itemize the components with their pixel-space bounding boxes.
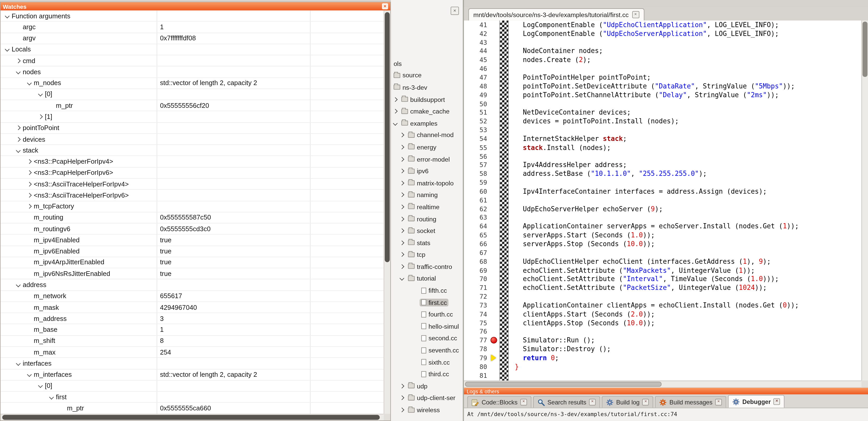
collapse-icon[interactable] xyxy=(37,91,44,98)
watch-row[interactable]: <ns3::AsciiTraceHelperForIpv6> xyxy=(1,190,383,201)
tree-item-tutorial[interactable]: tutorial xyxy=(391,272,463,285)
code-line[interactable]: 72 xyxy=(464,292,862,301)
marker-margin[interactable] xyxy=(489,134,499,143)
marker-margin[interactable] xyxy=(489,169,499,178)
tree-item-second-cc[interactable]: second.cc xyxy=(391,332,463,344)
marker-margin[interactable] xyxy=(489,284,499,292)
expand-icon[interactable] xyxy=(399,203,405,210)
watch-row[interactable]: cmd xyxy=(1,55,383,66)
tree-item-naming[interactable]: naming xyxy=(391,189,463,201)
marker-margin[interactable] xyxy=(489,274,499,284)
expand-icon[interactable] xyxy=(15,125,22,131)
code-line[interactable]: 58 address.SetBase ("10.1.1.0", "255.255… xyxy=(464,169,862,178)
marker-margin[interactable] xyxy=(489,152,499,161)
expand-icon[interactable] xyxy=(399,383,405,389)
expand-icon[interactable] xyxy=(26,158,33,165)
code-line[interactable]: 78 Simulator::Destroy (); xyxy=(464,345,862,354)
expand-icon[interactable] xyxy=(399,168,405,174)
tree-item-cmake-cache[interactable]: cmake_cache xyxy=(391,105,463,117)
marker-margin[interactable] xyxy=(489,47,499,56)
marker-margin[interactable] xyxy=(489,354,499,362)
watch-row[interactable]: [0] xyxy=(1,89,383,100)
logs-tab-debugger[interactable]: Debugger× xyxy=(728,395,785,408)
code-line[interactable]: 55 stack.Install (nodes); xyxy=(464,143,862,152)
watch-row[interactable]: devices xyxy=(1,134,383,145)
collapse-icon[interactable] xyxy=(26,371,33,378)
code-line[interactable]: 62 UdpEchoServerHelper echoServer (9); xyxy=(464,204,862,213)
scrollbar-thumb[interactable] xyxy=(385,12,390,262)
collapse-icon[interactable] xyxy=(37,383,44,389)
watch-row[interactable]: first xyxy=(1,392,383,403)
marker-margin[interactable] xyxy=(489,301,499,310)
expand-icon[interactable] xyxy=(399,144,405,151)
marker-margin[interactable] xyxy=(489,327,499,336)
marker-margin[interactable] xyxy=(489,362,499,371)
marker-margin[interactable] xyxy=(489,91,499,99)
code-line[interactable]: 53 xyxy=(464,126,862,134)
code-line[interactable]: 48 pointToPoint.SetDeviceAttribute ("Dat… xyxy=(464,82,862,91)
tree-item-socket[interactable]: socket xyxy=(391,225,463,237)
watch-row[interactable]: m_ipv4Enabledtrue xyxy=(1,235,383,246)
tree-item-ns-3-dev[interactable]: ns-3-dev xyxy=(391,82,463,93)
collapse-icon[interactable] xyxy=(15,360,22,367)
watch-row[interactable]: stack xyxy=(1,145,383,156)
close-tab-icon[interactable]: × xyxy=(774,398,780,405)
watch-row[interactable]: Function arguments xyxy=(1,10,383,22)
tree-item-udp[interactable]: udp xyxy=(391,380,463,392)
marker-margin[interactable] xyxy=(489,29,499,38)
marker-margin[interactable] xyxy=(489,345,499,354)
marker-margin[interactable] xyxy=(489,371,499,380)
code-line[interactable]: 52 devices = pointToPoint.Install (nodes… xyxy=(464,117,862,126)
close-tab-icon[interactable]: × xyxy=(520,399,527,406)
tree-item-udp-client-ser[interactable]: udp-client-ser xyxy=(391,392,463,404)
watches-vertical-scrollbar[interactable] xyxy=(383,10,390,414)
expand-icon[interactable] xyxy=(15,57,22,64)
marker-margin[interactable] xyxy=(489,266,499,274)
code-line[interactable]: 73 ApplicationContainer clientApps = ech… xyxy=(464,301,862,310)
watch-row[interactable]: Locals xyxy=(1,44,383,55)
watch-row[interactable]: m_ipv6Enabledtrue xyxy=(1,246,383,257)
close-tab-icon[interactable]: × xyxy=(642,399,649,406)
logs-tab-search-results[interactable]: Search results× xyxy=(533,396,600,408)
watch-row[interactable]: argv0x7fffffffdf08 xyxy=(1,33,383,44)
tree-item-tcp[interactable]: tcp xyxy=(391,249,463,261)
code-line[interactable]: 45 nodes.Create (2); xyxy=(464,56,862,64)
watch-row[interactable]: [1] xyxy=(1,111,383,123)
tree-item-fifth-cc[interactable]: fifth.cc xyxy=(391,285,463,296)
watches-titlebar[interactable]: Watches × xyxy=(1,2,390,10)
marker-margin[interactable] xyxy=(489,73,499,82)
logs-titlebar[interactable]: Logs & others xyxy=(464,388,868,395)
expand-icon[interactable] xyxy=(26,169,33,176)
code-line[interactable]: 60 Ipv4InterfaceContainer interfaces = a… xyxy=(464,187,862,196)
watch-row[interactable]: m_ptr0x5555555ca660 xyxy=(1,403,383,414)
tree-item-third-cc[interactable]: third.cc xyxy=(391,368,463,380)
tree-item-stats[interactable]: stats xyxy=(391,237,463,249)
tree-item-routing[interactable]: routing xyxy=(391,213,463,225)
watch-row[interactable]: m_shift8 xyxy=(1,336,383,347)
tree-item-matrix-topolo[interactable]: matrix-topolo xyxy=(391,177,463,189)
expand-icon[interactable] xyxy=(26,203,33,210)
marker-margin[interactable] xyxy=(489,336,499,345)
expand-icon[interactable] xyxy=(399,216,405,222)
marker-margin[interactable] xyxy=(489,292,499,301)
tree-item-energy[interactable]: energy xyxy=(391,141,463,153)
tree-item-buildsupport[interactable]: buildsupport xyxy=(391,93,463,105)
collapse-icon[interactable] xyxy=(15,282,22,288)
code-line[interactable]: 80} xyxy=(464,362,862,371)
code-line[interactable]: 49 pointToPoint.SetChannelAttribute ("De… xyxy=(464,91,862,99)
marker-margin[interactable] xyxy=(489,196,499,204)
expand-icon[interactable] xyxy=(392,96,399,103)
code-line[interactable]: 57 Ipv4AddressHelper address; xyxy=(464,161,862,169)
watch-row[interactable]: m_address3 xyxy=(1,313,383,324)
tree-item-first-cc[interactable]: first.cc xyxy=(391,296,463,308)
watch-row[interactable]: m_max254 xyxy=(1,347,383,358)
watch-row[interactable]: m_routingv60x5555555cd3c0 xyxy=(1,223,383,234)
watch-row[interactable]: m_routing0x555555587c50 xyxy=(1,212,383,223)
watch-row[interactable]: m_interfacesstd::vector of length 2, cap… xyxy=(1,369,383,380)
scrollbar-thumb[interactable] xyxy=(863,22,867,77)
expand-icon[interactable] xyxy=(399,263,405,270)
marker-margin[interactable] xyxy=(489,82,499,91)
tree-item-ols[interactable]: ols xyxy=(391,57,463,69)
code-line[interactable]: 74 clientApps.Start (Seconds (2.0)); xyxy=(464,310,862,319)
code-line[interactable]: 70 echoClient.SetAttribute ("Interval", … xyxy=(464,274,862,284)
